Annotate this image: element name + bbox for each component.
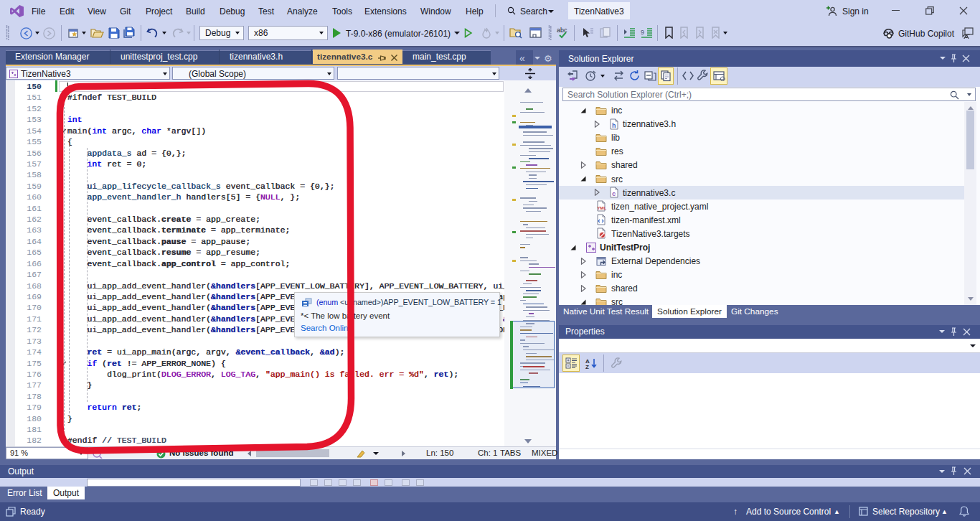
svg-text:YML: YML bbox=[597, 205, 606, 210]
svg-text:9: 9 bbox=[641, 29, 644, 36]
svg-text:Z: Z bbox=[585, 364, 589, 370]
svg-text:h: h bbox=[612, 122, 616, 129]
svg-text:c: c bbox=[612, 191, 616, 198]
